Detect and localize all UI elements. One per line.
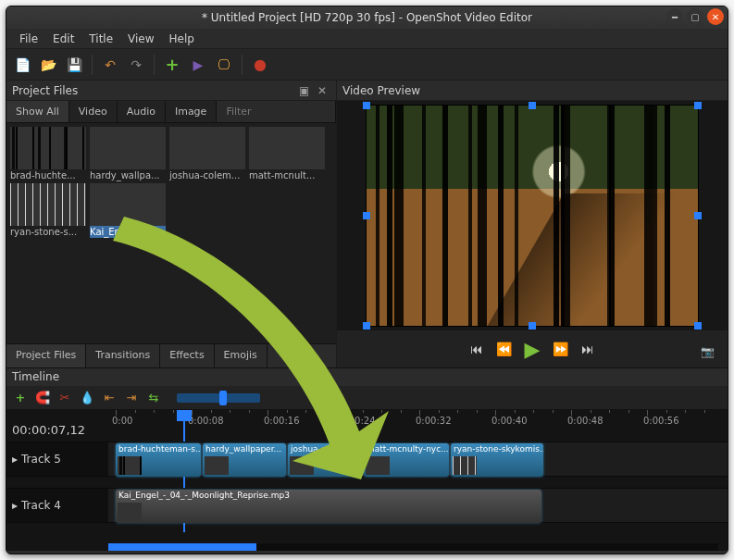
- timeline-track-4[interactable]: ▸ Track 4 Kai_Engel_-_04_-_Moonlight_Rep…: [6, 488, 728, 523]
- thumb-label: joshua-colem...: [169, 169, 245, 181]
- play-icon[interactable]: ▶: [525, 338, 541, 361]
- timeline-clip[interactable]: hardy_wallpaper...: [203, 443, 286, 477]
- tab-transitions[interactable]: Transitions: [86, 344, 160, 367]
- open-project-icon[interactable]: 📂: [38, 55, 58, 75]
- transform-handle-nw[interactable]: [363, 102, 370, 109]
- timeline-clip[interactable]: brad-huchteman-s...: [116, 443, 201, 477]
- timeline-ruler[interactable]: 0:000:00:080:00:160:00:240:00:320:00:400…: [108, 410, 728, 436]
- menu-title[interactable]: Title: [81, 31, 120, 47]
- timeline-h-scrollbar[interactable]: [108, 543, 718, 551]
- video-preview-title: Video Preview: [342, 84, 420, 97]
- fullscreen-icon[interactable]: 🖵: [214, 55, 234, 75]
- clip-label: matt-mcnulty-nyc...: [364, 443, 449, 454]
- next-marker-icon[interactable]: ⇥: [123, 390, 140, 406]
- snapshot-icon[interactable]: 📷: [701, 345, 715, 358]
- minimize-button[interactable]: ━: [666, 8, 683, 25]
- track-label: ▸ Track 4: [6, 489, 108, 522]
- track-name: Track 5: [21, 453, 61, 466]
- transform-handle-e[interactable]: [694, 212, 702, 219]
- add-track-icon[interactable]: +: [12, 390, 29, 406]
- menu-file[interactable]: File: [12, 31, 45, 47]
- timeline-h-scroll-thumb[interactable]: [108, 543, 256, 551]
- clip-thumb: [290, 456, 314, 475]
- choose-profile-icon[interactable]: ▶: [188, 55, 208, 75]
- project-file-thumb[interactable]: brad-huchte...: [10, 127, 86, 181]
- project-files-grid: brad-huchte... hardy_wallpa... joshua-co…: [6, 123, 336, 343]
- export-video-icon[interactable]: ●: [250, 55, 270, 75]
- razor-icon[interactable]: ✂: [56, 390, 73, 406]
- menu-help[interactable]: Help: [162, 31, 202, 47]
- toolbar-separator: [242, 55, 243, 75]
- maximize-button[interactable]: ▢: [687, 8, 703, 25]
- filter-image[interactable]: Image: [166, 101, 217, 122]
- zoom-slider[interactable]: [177, 393, 260, 403]
- snap-icon[interactable]: 🧲: [34, 390, 51, 406]
- menu-edit[interactable]: Edit: [45, 31, 81, 47]
- clip-thumb: [118, 456, 142, 475]
- video-preview-header: Video Preview: [337, 81, 728, 101]
- prev-marker-icon[interactable]: ⇤: [101, 390, 118, 406]
- tab-effects[interactable]: Effects: [160, 344, 214, 367]
- timeline-timecode: 00:00:07,12: [12, 423, 85, 437]
- track-collapse-icon[interactable]: ▸: [12, 453, 18, 466]
- close-button[interactable]: ✕: [707, 8, 724, 25]
- jump-end-icon[interactable]: ⏭: [581, 342, 594, 356]
- titlebar: * Untitled Project [HD 720p 30 fps] - Op…: [6, 6, 728, 29]
- project-file-thumb[interactable]: joshua-colem...: [169, 127, 245, 181]
- left-bottom-tabs: Project Files Transitions Effects Emojis: [6, 343, 336, 367]
- timeline-header: Timeline: [6, 367, 728, 386]
- project-file-thumb[interactable]: matt-mcnult...: [249, 127, 325, 181]
- track-collapse-icon[interactable]: ▸: [12, 499, 18, 512]
- filter-show-all[interactable]: Show All: [6, 101, 69, 122]
- import-files-icon[interactable]: +: [162, 55, 182, 75]
- add-marker-icon[interactable]: 💧: [79, 390, 95, 406]
- thumb-label: hardy_wallpa...: [90, 169, 166, 181]
- filter-audio[interactable]: Audio: [118, 101, 166, 122]
- tab-project-files[interactable]: Project Files: [6, 344, 86, 367]
- thumb-image: [10, 127, 86, 169]
- filter-input[interactable]: Filter: [217, 101, 336, 122]
- thumb-image: [169, 127, 245, 169]
- transform-handle-n[interactable]: [529, 102, 536, 109]
- timeline-clip[interactable]: joshua-colem...: [288, 443, 362, 477]
- close-panel-icon[interactable]: ✕: [317, 84, 330, 97]
- jump-start-icon[interactable]: ⏮: [470, 342, 483, 356]
- clip-thumb: [205, 456, 229, 475]
- center-playhead-icon[interactable]: ⇆: [145, 390, 162, 406]
- timeline-clip[interactable]: ryan-stone-skykomis...: [451, 443, 543, 477]
- transform-handle-sw[interactable]: [363, 322, 370, 330]
- project-file-thumb[interactable]: ryan-stone-s...: [10, 183, 86, 238]
- window-title: * Untitled Project [HD 720p 30 fps] - Op…: [202, 11, 532, 24]
- playhead[interactable]: [177, 410, 192, 421]
- transform-handle-se[interactable]: [694, 322, 702, 330]
- menu-view[interactable]: View: [120, 31, 161, 47]
- undo-icon[interactable]: ↶: [100, 55, 120, 75]
- toolbar-separator: [154, 55, 155, 75]
- save-project-icon[interactable]: 💾: [64, 55, 84, 75]
- timeline-clip[interactable]: matt-mcnulty-nyc...: [364, 443, 449, 477]
- timeline-audio-clip[interactable]: Kai_Engel_-_04_-_Moonlight_Reprise.mp3: [116, 490, 541, 523]
- track-label: ▸ Track 5: [6, 442, 108, 476]
- transform-handle-s[interactable]: [529, 322, 536, 330]
- detach-panel-icon[interactable]: ▣: [299, 84, 312, 97]
- zoom-slider-handle[interactable]: [219, 391, 227, 405]
- main-split: Project Files ▣ ✕ Show All Video Audio I…: [6, 81, 728, 367]
- clip-label: Kai_Engel_-_04_-_Moonlight_Reprise.mp3: [116, 490, 541, 501]
- project-file-thumb[interactable]: hardy_wallpa...: [90, 127, 166, 181]
- timeline-track-5[interactable]: ▸ Track 5 brad-huchteman-s... hardy_wall…: [6, 442, 728, 477]
- new-project-icon[interactable]: 📄: [12, 55, 32, 75]
- video-frame[interactable]: [366, 105, 699, 327]
- ruler-label: 0:00:56: [643, 416, 679, 426]
- project-files-header: Project Files ▣ ✕: [6, 81, 336, 101]
- redo-icon[interactable]: ↷: [126, 55, 146, 75]
- transform-handle-ne[interactable]: [694, 102, 702, 109]
- video-preview-area[interactable]: [337, 101, 728, 330]
- rewind-icon[interactable]: ⏪: [496, 342, 512, 356]
- tab-emojis[interactable]: Emojis: [215, 344, 267, 367]
- thumb-label: Kai_Engel_-...: [90, 226, 166, 238]
- transform-handle-w[interactable]: [363, 212, 370, 219]
- project-file-thumb-selected[interactable]: Kai_Engel_-...: [90, 183, 166, 238]
- fast-forward-icon[interactable]: ⏩: [553, 342, 568, 356]
- timeline-body[interactable]: 00:00:07,12 0:000:00:080:00:160:00:240:0…: [6, 410, 728, 551]
- filter-video[interactable]: Video: [69, 101, 118, 122]
